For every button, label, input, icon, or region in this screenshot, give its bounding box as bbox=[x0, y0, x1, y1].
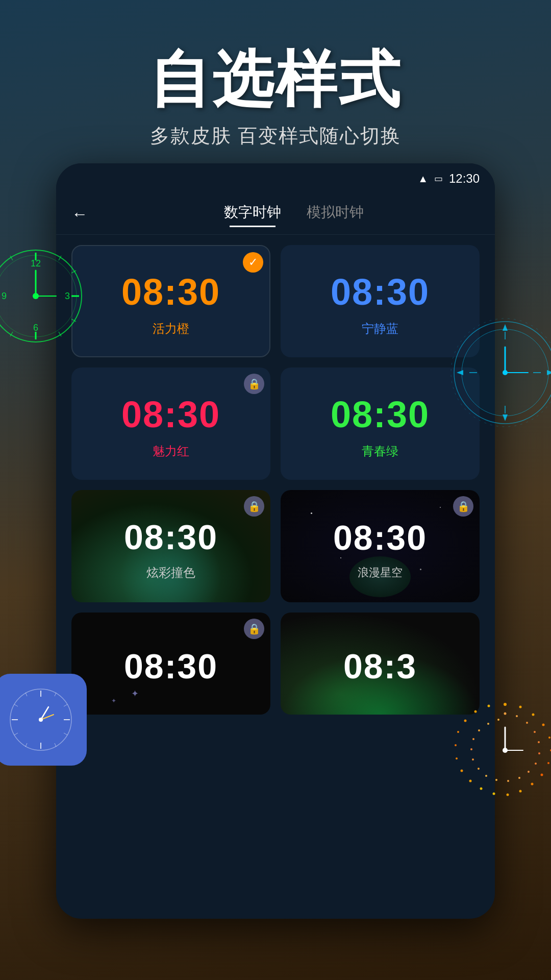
svg-marker-25 bbox=[503, 414, 508, 421]
clock-label-green: 青春绿 bbox=[362, 443, 398, 459]
clock-time-green: 08:30 bbox=[331, 394, 430, 435]
svg-point-66 bbox=[456, 757, 458, 760]
svg-point-53 bbox=[532, 714, 535, 716]
clock-label-colorful: 炫彩撞色 bbox=[146, 565, 195, 581]
float-clock-spiral bbox=[449, 694, 551, 806]
svg-point-81 bbox=[507, 780, 509, 782]
svg-point-86 bbox=[470, 748, 472, 750]
clock-card-colorful[interactable]: 🔒 08:30 炫彩撞色 bbox=[71, 490, 270, 602]
clock-grid-bottom: 🔒 08:30 ✦ ✦ 08:3 bbox=[56, 612, 495, 725]
clock-time-orange: 08:30 bbox=[121, 271, 220, 313]
clock-card-dark1[interactable]: 🔒 08:30 ✦ ✦ bbox=[71, 612, 270, 715]
clock-card-orange[interactable]: ✓ 08:30 活力橙 bbox=[71, 245, 270, 357]
svg-point-93 bbox=[503, 748, 508, 753]
svg-marker-26 bbox=[457, 370, 463, 375]
svg-point-87 bbox=[472, 738, 474, 740]
clock-time-dark1: 08:30 bbox=[124, 646, 218, 686]
svg-marker-24 bbox=[547, 370, 551, 375]
svg-point-75 bbox=[534, 731, 536, 733]
tab-digital[interactable]: 数字时钟 bbox=[224, 203, 281, 226]
svg-point-73 bbox=[516, 715, 518, 717]
svg-text:3: 3 bbox=[65, 291, 70, 301]
main-title: 自选样式 bbox=[149, 45, 402, 113]
status-bar: ▲ ▭ 12:30 bbox=[56, 163, 495, 194]
svg-point-79 bbox=[528, 771, 530, 773]
phone-mockup: ▲ ▭ 12:30 ← 数字时钟 模拟时钟 ✓ 08:30 活力橙 08:30 … bbox=[56, 163, 495, 919]
float-clock-green: 12 3 6 9 bbox=[0, 245, 87, 347]
svg-point-67 bbox=[455, 744, 457, 746]
svg-point-80 bbox=[518, 777, 520, 779]
svg-point-59 bbox=[531, 783, 534, 786]
svg-point-77 bbox=[538, 752, 540, 754]
svg-point-64 bbox=[469, 780, 472, 782]
svg-point-51 bbox=[504, 703, 507, 706]
lock-badge-colorful: 🔒 bbox=[244, 496, 264, 517]
nav-bar: ← 数字时钟 模拟时钟 bbox=[56, 194, 495, 235]
clock-label-blue: 宁静蓝 bbox=[362, 321, 398, 337]
clock-time-blue: 08:30 bbox=[331, 271, 430, 313]
svg-point-69 bbox=[464, 720, 467, 722]
svg-point-74 bbox=[526, 722, 528, 724]
svg-point-65 bbox=[461, 770, 463, 772]
clock-card-red[interactable]: 🔒 08:30 魅力红 bbox=[71, 368, 270, 480]
svg-point-84 bbox=[478, 768, 480, 770]
clock-label-red: 魅力红 bbox=[153, 443, 189, 459]
svg-point-83 bbox=[485, 775, 487, 777]
svg-point-70 bbox=[474, 710, 477, 713]
lock-badge-red: 🔒 bbox=[244, 374, 264, 394]
clock-grid: ✓ 08:30 活力橙 08:30 宁静蓝 🔒 08:30 魅力红 08:30 … bbox=[56, 235, 495, 612]
nav-tabs: 数字时钟 模拟时钟 bbox=[108, 203, 480, 226]
svg-point-72 bbox=[504, 713, 507, 715]
svg-point-71 bbox=[488, 705, 490, 707]
svg-text:6: 6 bbox=[33, 323, 38, 333]
svg-point-62 bbox=[493, 793, 495, 795]
svg-point-50 bbox=[39, 718, 43, 722]
svg-line-46 bbox=[14, 704, 18, 706]
clock-label-space: 浪漫星空 bbox=[358, 565, 403, 580]
svg-point-52 bbox=[519, 706, 522, 708]
svg-point-85 bbox=[472, 758, 474, 761]
svg-point-55 bbox=[548, 737, 550, 739]
svg-line-45 bbox=[14, 733, 18, 735]
svg-point-82 bbox=[495, 779, 497, 781]
float-clock-blue-square bbox=[0, 674, 87, 766]
signal-icon: ▲ bbox=[418, 173, 428, 185]
svg-marker-23 bbox=[503, 324, 508, 331]
svg-point-60 bbox=[519, 790, 522, 793]
clock-time-space: 08:30 bbox=[333, 518, 427, 557]
svg-point-90 bbox=[497, 719, 499, 721]
clock-label-orange: 活力橙 bbox=[153, 321, 189, 337]
svg-point-76 bbox=[538, 741, 540, 743]
selected-badge: ✓ bbox=[243, 252, 263, 273]
svg-point-16 bbox=[33, 293, 39, 299]
svg-point-88 bbox=[478, 729, 480, 731]
lock-badge-dark1: 🔒 bbox=[244, 619, 264, 639]
status-time: 12:30 bbox=[449, 172, 480, 186]
subtitle: 多款皮肤 百变样式随心切换 bbox=[150, 123, 402, 149]
svg-point-89 bbox=[487, 723, 489, 725]
svg-point-54 bbox=[542, 724, 545, 726]
svg-text:9: 9 bbox=[2, 291, 7, 301]
svg-point-61 bbox=[507, 794, 509, 796]
svg-point-63 bbox=[480, 788, 483, 790]
svg-point-58 bbox=[541, 774, 543, 776]
back-button[interactable]: ← bbox=[71, 205, 88, 224]
tab-analog[interactable]: 模拟时钟 bbox=[307, 203, 364, 226]
battery-icon: ▭ bbox=[434, 173, 443, 184]
clock-card-space[interactable]: 🔒 08:30 浪漫星空 bbox=[281, 490, 480, 602]
svg-point-68 bbox=[457, 731, 459, 733]
svg-point-78 bbox=[535, 763, 537, 765]
clock-time-colorful: 08:30 bbox=[124, 517, 218, 557]
svg-point-33 bbox=[503, 370, 508, 375]
svg-text:12: 12 bbox=[31, 258, 41, 268]
clock-time-galaxy: 08:3 bbox=[343, 646, 417, 686]
svg-line-41 bbox=[64, 704, 67, 706]
svg-point-57 bbox=[547, 762, 549, 764]
float-clock-cyan bbox=[449, 316, 551, 429]
svg-line-42 bbox=[64, 733, 67, 735]
clock-time-red: 08:30 bbox=[121, 394, 220, 435]
